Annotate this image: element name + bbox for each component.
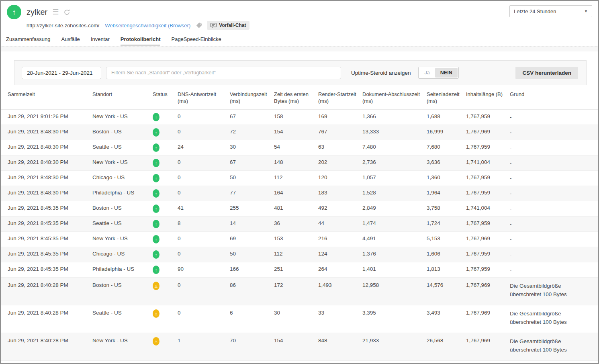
- cell-standort: Philadelphia - US: [92, 186, 153, 201]
- cell-dokument-abschlusszeit: 1,057: [362, 171, 427, 186]
- table-row[interactable]: Jun 29, 2021 8:40:28 PM Boston - US △ 0 …: [1, 278, 598, 305]
- cell-render-startzeit: 492: [318, 201, 362, 216]
- tag-icon[interactable]: [196, 22, 202, 29]
- cell-standort: Chicago - US: [92, 171, 153, 186]
- toggle-option-no[interactable]: NEIN: [435, 68, 458, 78]
- status-up-icon: ↑: [153, 220, 159, 228]
- page-header: ↑ zylker ☰ http://zylker-site.zohosites.…: [1, 1, 598, 30]
- cell-dokument-abschlusszeit: 1,528: [362, 186, 427, 201]
- cell-verbindungszeit: 86: [230, 278, 274, 305]
- cell-dns-antwortzeit: 0: [178, 171, 230, 186]
- table-row[interactable]: Jun 29, 2021 8:40:28 PM Chicago - US △ 2…: [1, 361, 598, 364]
- cell-seitenladezeit: 3,758: [427, 201, 466, 216]
- cell-seitenladezeit: 1,688: [427, 110, 466, 125]
- table-row[interactable]: Jun 29, 2021 8:45:35 PM New York - US ↑ …: [1, 232, 598, 247]
- csv-download-button[interactable]: CSV herunterladen: [515, 67, 578, 79]
- incident-chat-label: Vorfall-Chat: [219, 22, 246, 28]
- col-status: Status: [153, 91, 178, 109]
- monitor-title: zylker: [27, 8, 47, 17]
- monitor-detail-page: ↑ zylker ☰ http://zylker-site.zohosites.…: [0, 0, 599, 364]
- table-row[interactable]: Jun 29, 2021 8:45:35 PM Seattle - US ↑ 8…: [1, 217, 598, 232]
- table-row[interactable]: Jun 29, 2021 8:48:30 PM Seattle - US ↑ 2…: [1, 140, 598, 155]
- cell-seitenladezeit: 26,568: [427, 333, 466, 360]
- tab-bar: Zusammenfassung Ausfälle Inventar Protok…: [1, 36, 598, 46]
- table-row[interactable]: Jun 29, 2021 8:48:30 PM Boston - US ↑ 0 …: [1, 125, 598, 140]
- cell-grund: -: [510, 125, 592, 140]
- cell-render-startzeit: 120: [318, 171, 362, 186]
- cell-verbindungszeit: 288: [230, 361, 274, 364]
- cell-render-startzeit: 44: [318, 217, 362, 231]
- cell-standort: New York - US: [92, 110, 153, 125]
- cell-status: ↑: [153, 201, 178, 216]
- monitor-type-link[interactable]: Webseitengeschwindigkeit (Browser): [105, 22, 190, 29]
- cell-render-startzeit: 63: [318, 140, 362, 155]
- cell-verbindungszeit: 50: [230, 171, 274, 186]
- tab-ausfaelle[interactable]: Ausfälle: [61, 36, 80, 46]
- status-up-icon: ↑: [153, 250, 159, 259]
- status-up-icon: ↑: [153, 235, 159, 243]
- cell-zeit-erster-bytes: 481: [274, 201, 318, 216]
- date-range-picker[interactable]: 28-Jun-2021 - 29-Jun-2021: [22, 67, 101, 79]
- cell-zeit-erster-bytes: 154: [274, 125, 318, 140]
- cell-verbindungszeit: 14: [230, 217, 274, 231]
- col-render-startzeit: Render-Startzeit (ms): [318, 91, 362, 109]
- table-row[interactable]: Jun 29, 2021 8:45:35 PM Philadelphia - U…: [1, 262, 598, 278]
- status-warning-icon: △: [153, 309, 159, 318]
- cell-sammelzeit: Jun 29, 2021 8:48:30 PM: [8, 186, 92, 201]
- cell-dokument-abschlusszeit: 2,849: [362, 201, 427, 216]
- cell-verbindungszeit: 70: [230, 333, 274, 360]
- tab-inventar[interactable]: Inventar: [91, 36, 110, 46]
- cell-status: △: [153, 305, 178, 333]
- table-row[interactable]: Jun 29, 2021 8:48:30 PM New York - US ↑ …: [1, 155, 598, 171]
- refresh-icon[interactable]: [63, 9, 70, 16]
- tab-zusammenfassung[interactable]: Zusammenfassung: [6, 36, 51, 46]
- cell-dns-antwortzeit: 8: [178, 217, 230, 231]
- cell-render-startzeit: 202: [318, 155, 362, 170]
- tab-separator: [1, 46, 598, 51]
- incident-chat-chip[interactable]: Vorfall-Chat: [207, 21, 249, 30]
- cell-seitenladezeit: 3,493: [427, 305, 466, 333]
- col-seitenladezeit: Seitenladezeit (ms): [427, 91, 466, 109]
- cell-sammelzeit: Jun 29, 2021 8:40:28 PM: [8, 305, 92, 333]
- cell-seitenladezeit: 1,606: [427, 247, 466, 262]
- cell-grund: Die Gesamtbildgröße überschreitet 100 By…: [510, 305, 592, 333]
- cell-dokument-abschlusszeit: 1,366: [362, 110, 427, 125]
- cell-grund: -: [510, 247, 592, 262]
- cell-sammelzeit: Jun 29, 2021 8:40:28 PM: [8, 278, 92, 305]
- table-row[interactable]: Jun 29, 2021 8:40:28 PM New York - US △ …: [1, 333, 598, 361]
- cell-grund: -: [510, 171, 592, 186]
- cell-zeit-erster-bytes: 30: [274, 305, 318, 333]
- table-row[interactable]: Jun 29, 2021 8:48:30 PM Chicago - US ↑ 0…: [1, 171, 598, 186]
- toggle-option-yes[interactable]: Ja: [419, 68, 435, 78]
- cell-inhaltslaenge: 1,767,969: [466, 278, 510, 305]
- cell-standort: New York - US: [92, 333, 153, 360]
- col-inhaltslaenge: Inhaltslänge (B): [466, 91, 510, 109]
- cell-grund: -: [510, 155, 592, 170]
- cell-dokument-abschlusszeit: 1,474: [362, 217, 427, 231]
- cell-inhaltslaenge: 1,767,959: [466, 186, 510, 201]
- cell-seitenladezeit: 14,576: [427, 278, 466, 305]
- table-row[interactable]: Jun 29, 2021 8:45:35 PM Chicago - US ↑ 0…: [1, 247, 598, 262]
- filter-input[interactable]: [106, 67, 341, 79]
- tab-protokollbericht[interactable]: Protokollbericht: [121, 36, 161, 46]
- cell-grund: -: [510, 186, 592, 201]
- cell-verbindungszeit: 77: [230, 186, 274, 201]
- cell-inhaltslaenge: 1,767,959: [466, 140, 510, 155]
- table-row[interactable]: Jun 29, 2021 8:45:35 PM Boston - US ↑ 41…: [1, 201, 598, 217]
- cell-grund: Die Gesamtbildgröße überschreitet 100 By…: [510, 278, 592, 305]
- table-row[interactable]: Jun 29, 2021 8:48:30 PM Philadelphia - U…: [1, 186, 598, 201]
- hamburger-menu-icon[interactable]: ☰: [52, 8, 59, 16]
- cell-status: ↑: [153, 171, 178, 186]
- cell-inhaltslaenge: 1,767,959: [466, 217, 510, 231]
- cell-dokument-abschlusszeit: 12,958: [362, 278, 427, 305]
- cell-status: ↑: [153, 232, 178, 247]
- cell-sammelzeit: Jun 29, 2021 8:45:35 PM: [8, 232, 92, 247]
- cell-render-startzeit: 767: [318, 125, 362, 140]
- filter-toolbar: 28-Jun-2021 - 29-Jun-2021 Uptime-Steroid…: [14, 60, 587, 85]
- table-row[interactable]: Jun 29, 2021 8:40:28 PM Seattle - US △ 0…: [1, 305, 598, 333]
- time-range-select[interactable]: Letzte 24 Stunden ▼: [509, 5, 592, 17]
- tab-pagespeed-einblicke[interactable]: PageSpeed-Einblicke: [171, 36, 221, 46]
- cell-status: ↑: [153, 155, 178, 170]
- table-row[interactable]: Jun 29, 2021 9:01:26 PM New York - US ↑ …: [1, 110, 598, 125]
- cell-render-startzeit: 124: [318, 247, 362, 262]
